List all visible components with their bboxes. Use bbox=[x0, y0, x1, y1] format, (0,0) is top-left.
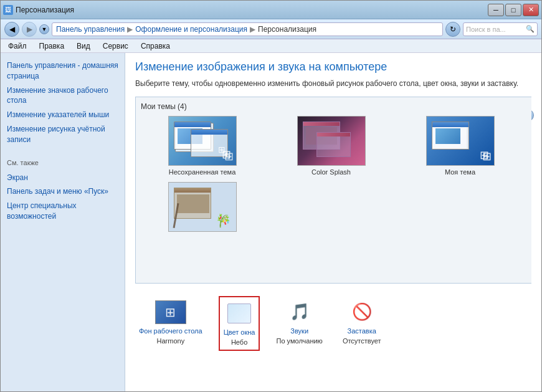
theme-artwork-unsaved: ⊞ ⊞ bbox=[169, 117, 236, 165]
back-button[interactable]: ◀ bbox=[4, 22, 19, 37]
sidebar-link-mouse[interactable]: Изменение указателей мыши bbox=[7, 110, 118, 120]
screensaver-icon: 🚫 bbox=[346, 300, 378, 325]
refresh-button[interactable]: ↻ bbox=[445, 22, 460, 37]
window-color-value: Небо bbox=[231, 338, 247, 346]
setting-window-color[interactable]: Цвет окна Небо bbox=[219, 296, 260, 351]
theme-preview-unsaved: ⊞ ⊞ bbox=[168, 116, 237, 166]
setting-sounds[interactable]: 🎵 Звуки По умолчанию bbox=[272, 296, 326, 348]
page-description: Выберите тему, чтобы одновременно измени… bbox=[135, 79, 531, 89]
forward-button[interactable]: ▶ bbox=[22, 22, 37, 37]
theme-name-mytheme: Моя тема bbox=[445, 168, 475, 176]
themes-section[interactable]: Мои темы (4) ⊞ bbox=[135, 97, 531, 284]
themes-grid: ⊞ ⊞ Несохраненная тема bbox=[141, 116, 526, 234]
sounds-value: По умолчанию bbox=[276, 337, 322, 345]
main-area: Панель управления - домашняя страница Из… bbox=[1, 53, 541, 391]
main-window: 🖼 Персонализация ─ □ ✕ ◀ ▶ ▼ Панель упра… bbox=[0, 0, 542, 392]
setting-screensaver[interactable]: 🚫 Заставка Отсутствует bbox=[339, 296, 385, 348]
search-placeholder: Поиск в па... bbox=[466, 26, 506, 33]
menu-bar: Файл Правка Вид Сервис Справка bbox=[1, 39, 541, 53]
sidebar-link-home[interactable]: Панель управления - домашняя страница bbox=[7, 60, 118, 82]
theme-name-unsaved: Несохраненная тема bbox=[169, 168, 236, 176]
close-button[interactable]: ✕ bbox=[523, 4, 539, 16]
breadcrumb-personalization-parent[interactable]: Оформление и персонализация bbox=[135, 25, 247, 34]
settings-bar: ⊞ Фон рабочего стола Harmony Цвет окна Н… bbox=[135, 291, 531, 356]
dropdown-button[interactable]: ▼ bbox=[39, 24, 49, 34]
desktop-bg-icon: ⊞ bbox=[155, 300, 186, 325]
desktop-bg-label: Фон рабочего стола bbox=[139, 327, 202, 335]
address-path[interactable]: Панель управления ▶ Оформление и персона… bbox=[52, 22, 443, 36]
menu-edit[interactable]: Правка bbox=[37, 41, 67, 52]
content-area: ? Изменение изображения и звука на компь… bbox=[125, 53, 541, 391]
theme-preview-mytheme: ⊞ bbox=[426, 116, 495, 166]
sep2: ▶ bbox=[250, 25, 255, 34]
maximize-button[interactable]: □ bbox=[505, 4, 521, 16]
see-also-label: См. также bbox=[7, 159, 118, 166]
sidebar: Панель управления - домашняя страница Из… bbox=[1, 53, 125, 391]
sidebar-link-account[interactable]: Изменение рисунка учётной записи bbox=[7, 124, 118, 145]
menu-service[interactable]: Сервис bbox=[100, 41, 131, 52]
theme-photo[interactable]: 🎋 bbox=[141, 182, 264, 234]
address-bar: ◀ ▶ ▼ Панель управления ▶ Оформление и п… bbox=[1, 19, 541, 39]
setting-desktop-bg[interactable]: ⊞ Фон рабочего стола Harmony bbox=[135, 296, 206, 348]
theme-unsaved[interactable]: ⊞ ⊞ Несохраненная тема bbox=[141, 116, 264, 176]
window-color-icon bbox=[224, 301, 255, 326]
minimize-button[interactable]: ─ bbox=[488, 4, 504, 16]
search-icon: 🔍 bbox=[526, 25, 535, 33]
sep1: ▶ bbox=[127, 25, 133, 34]
window-title: Персонализация bbox=[16, 6, 488, 14]
app-icon: 🖼 bbox=[3, 5, 13, 15]
window-controls: ─ □ ✕ bbox=[488, 4, 539, 16]
sidebar-link-taskbar[interactable]: Панель задач и меню «Пуск» bbox=[7, 186, 118, 197]
menu-view[interactable]: Вид bbox=[74, 41, 93, 52]
search-box[interactable]: Поиск в па... 🔍 bbox=[463, 22, 538, 36]
theme-artwork-photo: 🎋 bbox=[169, 183, 236, 231]
theme-preview-photo: 🎋 bbox=[168, 182, 237, 232]
desktop-bg-value: Harmony bbox=[157, 337, 185, 345]
menu-file[interactable]: Файл bbox=[6, 41, 29, 52]
title-bar: 🖼 Персонализация ─ □ ✕ bbox=[1, 1, 541, 19]
breadcrumb-current: Персонализация bbox=[258, 25, 316, 34]
screensaver-value: Отсутствует bbox=[343, 337, 381, 345]
sounds-label: Звуки bbox=[290, 327, 308, 335]
sidebar-link-screen[interactable]: Экран bbox=[7, 173, 118, 183]
themes-section-title: Мои темы (4) bbox=[141, 102, 526, 111]
theme-mytheme[interactable]: ⊞ Моя тема bbox=[399, 116, 521, 176]
theme-artwork-mytheme: ⊞ bbox=[427, 117, 494, 165]
color-swatch bbox=[227, 304, 251, 323]
theme-colorsplash[interactable]: Color Splash bbox=[270, 116, 392, 176]
screensaver-label: Заставка bbox=[348, 327, 376, 335]
page-title: Изменение изображения и звука на компьют… bbox=[135, 60, 531, 74]
theme-name-colorsplash: Color Splash bbox=[311, 168, 351, 176]
theme-preview-colorsplash bbox=[297, 116, 366, 166]
sidebar-link-accessibility[interactable]: Центр специальных возможностей bbox=[7, 201, 118, 222]
menu-help[interactable]: Справка bbox=[138, 41, 173, 52]
theme-artwork-colorsplash bbox=[298, 117, 365, 165]
sounds-icon: 🎵 bbox=[284, 300, 315, 325]
sidebar-link-icons[interactable]: Изменение значков рабочего стола bbox=[7, 85, 118, 107]
window-color-label: Цвет окна bbox=[224, 328, 255, 336]
breadcrumb-home[interactable]: Панель управления bbox=[56, 25, 125, 34]
